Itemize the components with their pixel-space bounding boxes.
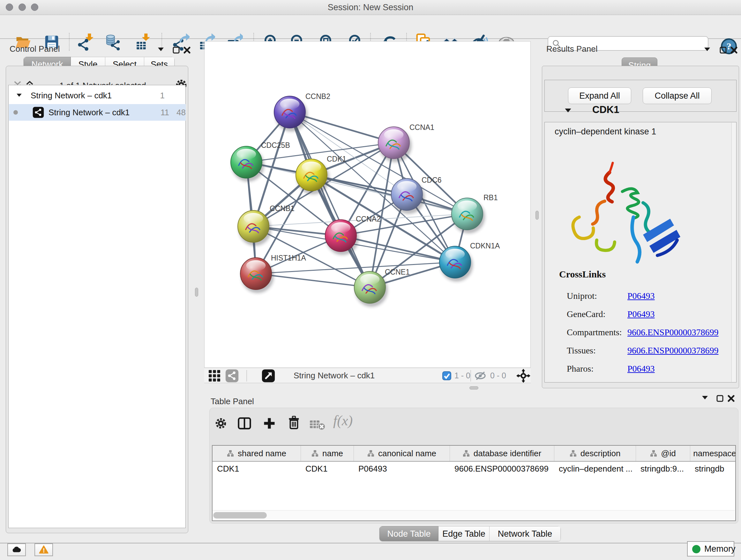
crosslink-label: Tissues:	[567, 346, 627, 356]
crosslink-link[interactable]: P06493	[627, 364, 655, 374]
gene-section-collapse-icon[interactable]	[565, 109, 571, 113]
crosslink-row: Compartments:9606.ENSP00000378699	[567, 323, 733, 341]
toolbar-separator	[69, 33, 70, 51]
column-header[interactable]: description	[554, 446, 636, 461]
node-label-CDKN1A: CDKN1A	[470, 242, 500, 250]
left-splitter-handle[interactable]	[195, 288, 198, 297]
results-panel-collapse-icon[interactable]	[704, 48, 710, 51]
crosslink-row: GeneCard:P06493	[567, 305, 733, 323]
network-view-icon[interactable]	[225, 369, 239, 382]
network-node-CDC25B[interactable]	[231, 146, 264, 182]
collection-count: 1	[155, 89, 165, 102]
column-header[interactable]: namespace	[690, 446, 735, 461]
crosslinks-title: CrossLinks	[559, 269, 606, 280]
network-label: String Network – cdk1	[49, 104, 130, 121]
collection-label: String Network – cdk1	[30, 89, 112, 102]
column-header[interactable]: name	[301, 446, 354, 461]
network-node-CDK1[interactable]	[296, 159, 329, 194]
network-node-CCNA1[interactable]	[378, 127, 412, 162]
table-cell: P06493	[354, 462, 450, 476]
table-row[interactable]: CDK1CDK1P064939606.ENSP00000378699cyclin…	[212, 462, 735, 476]
table-panel-float-icon[interactable]	[717, 395, 724, 402]
pan-move-icon[interactable]	[516, 369, 530, 383]
column-header[interactable]: shared name	[212, 446, 301, 461]
table-cell: stringdb:9...	[636, 462, 690, 476]
table-panel-close-icon[interactable]	[728, 395, 735, 402]
grid-view-icon[interactable]	[209, 370, 220, 381]
control-panel-collapse-icon[interactable]	[158, 48, 164, 51]
network-collection-row[interactable]: String Network – cdk1 1	[9, 89, 185, 102]
tab-edge-table[interactable]: Edge Table	[439, 526, 489, 541]
add-column-icon[interactable]	[262, 416, 276, 430]
table-cell: 9606.ENSP00000378699	[450, 462, 554, 476]
crosslink-row: Pharos:P06493	[567, 360, 733, 378]
crosslinks-list: Uniprot:P06493GeneCard:P06493Compartment…	[567, 287, 733, 378]
node-label-HIST1H1A: HIST1H1A	[271, 254, 307, 262]
table-cell: CDK1	[212, 462, 301, 476]
hidden-eye-icon[interactable]	[474, 371, 487, 380]
column-header-label: canonical name	[378, 449, 436, 458]
network-node-CCNB2[interactable]	[274, 96, 308, 132]
node-label-CCNA2: CCNA2	[356, 215, 381, 223]
collapse-all-button[interactable]: Collapse All	[643, 87, 712, 104]
crosslink-label: Uniprot:	[567, 291, 627, 301]
column-header[interactable]: database identifier	[450, 446, 554, 461]
detach-view-icon[interactable]	[262, 369, 275, 382]
cytoscape-window: Session: New Session	[0, 0, 741, 560]
network-node-CCNA2[interactable]	[325, 220, 359, 255]
column-header-label: namespace	[693, 449, 735, 458]
warnings-button[interactable]	[35, 543, 53, 556]
bottom-splitter-handle[interactable]	[469, 386, 478, 389]
control-panel-title: Control Panel	[10, 44, 60, 54]
show-columns-icon[interactable]	[238, 416, 252, 430]
control-panel-close-icon[interactable]	[184, 47, 191, 54]
results-panel-close-icon[interactable]	[731, 47, 738, 54]
column-header-label: @id	[661, 449, 676, 458]
crosslink-link[interactable]: P06493	[627, 291, 655, 301]
collection-expand-icon[interactable]	[17, 94, 22, 97]
gene-name: CDK1	[592, 104, 619, 116]
tab-node-table[interactable]: Node Table	[380, 526, 439, 541]
table-hscrollbar-thumb[interactable]	[213, 512, 267, 518]
table-panel-collapse-icon[interactable]	[702, 396, 708, 400]
column-header[interactable]: canonical name	[354, 446, 450, 461]
tab-network-table[interactable]: Network Table	[489, 526, 561, 541]
node-label-CDC25B: CDC25B	[261, 141, 290, 149]
crosslink-link[interactable]: 9606.ENSP00000378699	[627, 346, 718, 356]
control-panel-float-icon[interactable]	[173, 47, 180, 54]
selected-checkbox-icon[interactable]	[442, 371, 451, 380]
network-canvas[interactable]: CCNB2CCNA1CDC25BCDK1CDC6RB1CCNB1CCNA2CDK…	[204, 41, 531, 368]
node-label-CCNA1: CCNA1	[409, 123, 434, 132]
node-label-RB1: RB1	[483, 193, 498, 202]
table-panel-title: Table Panel	[211, 396, 254, 407]
column-type-icon	[463, 450, 470, 457]
crosslink-label: Compartments:	[567, 327, 627, 337]
cloud-button[interactable]	[7, 543, 26, 556]
function-builder-icon[interactable]: f(x)	[333, 413, 353, 429]
column-header[interactable]: @id	[636, 446, 690, 461]
column-type-icon	[367, 450, 374, 457]
network-node-CDKN1A[interactable]	[440, 246, 473, 282]
delete-table-icon[interactable]	[310, 419, 326, 430]
results-panel-float-icon[interactable]	[720, 47, 727, 54]
delete-column-icon[interactable]	[286, 415, 301, 430]
right-splitter-handle[interactable]	[536, 211, 539, 220]
crosslink-link[interactable]: P06493	[627, 309, 655, 319]
node-label-CCNB2: CCNB2	[306, 92, 330, 101]
table-cell: CDK1	[301, 462, 354, 476]
import-network-file-icon[interactable]	[77, 34, 94, 51]
network-node-RB1[interactable]	[452, 198, 485, 233]
import-network-database-icon[interactable]	[104, 34, 121, 51]
expand-all-button[interactable]: Expand All	[568, 87, 631, 104]
memory-button[interactable]: Memory	[687, 541, 734, 557]
table-options-gear-icon[interactable]	[214, 417, 227, 430]
gene-description: cyclin–dependent kinase 1	[555, 125, 656, 138]
network-edge[interactable]	[312, 175, 467, 214]
import-table-icon[interactable]	[134, 34, 151, 51]
window-title: Session: New Session	[0, 0, 741, 15]
network-edge[interactable]	[256, 262, 455, 273]
network-row-selected[interactable]: String Network – cdk1 11 48	[9, 104, 186, 121]
network-node-HIST1H1A[interactable]	[240, 258, 274, 293]
crosslink-link[interactable]: 9606.ENSP00000378699	[627, 327, 718, 337]
selected-count-badge: 1 - 0	[455, 368, 470, 383]
